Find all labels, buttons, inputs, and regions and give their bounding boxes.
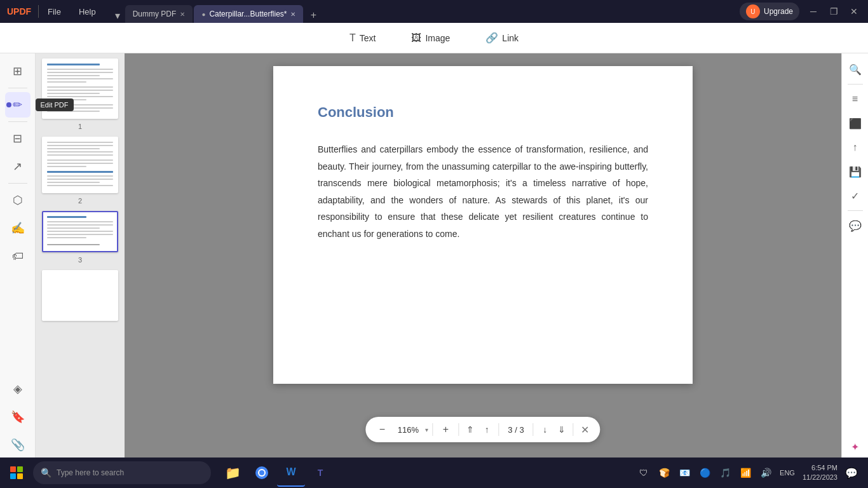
- minimize-button[interactable]: ─: [804, 3, 822, 20]
- chat-right-icon[interactable]: 💬: [844, 215, 866, 236]
- organize-icon[interactable]: ⊟: [5, 126, 31, 151]
- bookmark-icon[interactable]: 🔖: [5, 404, 31, 430]
- zoom-sep-1: [432, 423, 433, 436]
- search-zoom-right-icon[interactable]: 🔍: [844, 58, 866, 80]
- ocr-right-icon[interactable]: ≡: [844, 88, 866, 110]
- zoom-out-button[interactable]: −: [373, 421, 391, 438]
- thumb-2-label: 2: [42, 196, 118, 206]
- maximize-button[interactable]: ❐: [825, 3, 843, 20]
- bluetooth-icon[interactable]: 🔵: [696, 464, 714, 482]
- tab-caterpillar[interactable]: ● Caterpillar...Butterflies* ✕: [194, 5, 303, 23]
- titlebar: UPDF File Help ▾ Dummy PDF ✕ ● Caterpill…: [0, 0, 868, 23]
- shield-icon[interactable]: 🛡: [635, 464, 653, 482]
- language-indicator[interactable]: ENG: [777, 469, 797, 477]
- close-button[interactable]: ✕: [845, 3, 863, 20]
- start-button[interactable]: [3, 459, 31, 487]
- word-app[interactable]: W: [277, 459, 305, 487]
- thumb-3-page: [42, 211, 118, 252]
- layers-icon[interactable]: ◈: [5, 376, 31, 402]
- page-indicator: 3 / 3: [503, 425, 529, 435]
- search-placeholder: Type here to search: [57, 468, 124, 477]
- taskbar-time-value: 6:54 PM: [803, 463, 837, 473]
- tab-label-active: Caterpillar...Butterflies*: [209, 10, 287, 18]
- upgrade-label: Upgrade: [764, 7, 793, 16]
- sidebar-divider-1: [8, 88, 27, 88]
- tabs-dropdown[interactable]: ▾: [110, 8, 125, 23]
- taskbar-date-value: 11/22/2023: [803, 473, 837, 482]
- tab-add-button[interactable]: +: [304, 8, 322, 23]
- nav-up-button[interactable]: ↑: [479, 422, 494, 437]
- text-label: Text: [360, 33, 376, 43]
- zoom-dropdown[interactable]: ▾: [425, 426, 428, 433]
- sign-icon[interactable]: ✍: [5, 215, 31, 241]
- bread-icon[interactable]: 🍞: [655, 464, 673, 482]
- system-tray: 🛡 🍞 📧 🔵 🎵 📶 🔊 ENG 6:54 PM 11/22/2023 💬: [635, 463, 865, 483]
- thumb-4-page: [42, 270, 118, 321]
- tabs-area: ▾ Dummy PDF ✕ ● Caterpillar...Butterflie…: [105, 0, 740, 23]
- edit-pdf-tooltip: Edit PDF: [36, 98, 74, 111]
- page-current: 3: [508, 425, 512, 435]
- toolbar-image[interactable]: 🖼 Image: [403, 29, 458, 48]
- zoom-sep-2: [458, 423, 459, 436]
- save-right-icon[interactable]: 💾: [844, 161, 866, 182]
- network-icon[interactable]: 📶: [736, 464, 754, 482]
- app-logo[interactable]: UPDF: [0, 0, 38, 23]
- attachment-icon[interactable]: 📎: [5, 432, 31, 458]
- share-right-icon[interactable]: ↑: [844, 137, 866, 158]
- right-divider-2: [848, 210, 863, 211]
- comment-icon[interactable]: 🏷: [5, 243, 31, 269]
- main-area: ⊞ ✏ Edit PDF ⊟ ↗ ⬡ ✍ 🏷 ◈ 🔖 📎: [0, 53, 868, 458]
- zoom-in-button[interactable]: +: [437, 421, 454, 438]
- user-avatar: U: [746, 4, 760, 18]
- active-indicator: [6, 102, 11, 107]
- tab-close-caterpillar[interactable]: ✕: [290, 11, 295, 18]
- check-right-icon[interactable]: ✓: [844, 185, 866, 207]
- toolbar-link[interactable]: 🔗 Link: [478, 28, 526, 48]
- zoom-close-button[interactable]: ✕: [578, 422, 593, 437]
- menu-help[interactable]: Help: [70, 0, 105, 23]
- zoom-sep-4: [533, 423, 534, 436]
- notification-center[interactable]: 💬: [843, 464, 860, 482]
- nav-bottom-button[interactable]: ⇓: [554, 422, 569, 437]
- thumbnail-page-1[interactable]: 1: [42, 58, 118, 132]
- upgrade-button[interactable]: U Upgrade: [740, 3, 799, 20]
- toolbar-text[interactable]: T Text: [342, 29, 383, 48]
- pdf-body-text: Butterflies and caterpillars embody the …: [318, 141, 648, 243]
- toolbar: T Text 🖼 Image 🔗 Link: [0, 23, 868, 53]
- pdf-page: Conclusion Butterflies and caterpillars …: [273, 66, 693, 384]
- sidebar-divider-3: [8, 183, 27, 184]
- link-label: Link: [502, 33, 519, 43]
- ai-right-icon[interactable]: ✦: [844, 436, 866, 458]
- mail-icon[interactable]: 📧: [675, 464, 693, 482]
- svg-point-2: [259, 470, 264, 475]
- thumbnail-page-4-blank[interactable]: [42, 270, 118, 321]
- thumbnail-page-2[interactable]: 2: [42, 137, 118, 206]
- teams-app[interactable]: T: [306, 459, 334, 487]
- thumb-1-label: 1: [42, 121, 118, 132]
- nav-top-button[interactable]: ⇑: [463, 422, 478, 437]
- pages-icon[interactable]: ⊞: [5, 58, 31, 84]
- headset-icon[interactable]: 🎵: [716, 464, 734, 482]
- crop-right-icon[interactable]: ⬛: [844, 112, 866, 134]
- nav-down-button[interactable]: ↓: [538, 422, 553, 437]
- menu-file[interactable]: File: [39, 0, 70, 23]
- taskbar-search-box[interactable]: 🔍 Type here to search: [33, 461, 211, 484]
- taskbar-clock[interactable]: 6:54 PM 11/22/2023: [800, 463, 840, 483]
- tab-label: Dummy PDF: [133, 10, 177, 18]
- volume-icon[interactable]: 🔊: [757, 464, 775, 482]
- text-icon: T: [349, 32, 356, 44]
- extract-icon[interactable]: ↗: [5, 154, 31, 179]
- menu-bar: File Help: [39, 0, 105, 23]
- file-explorer-app[interactable]: 📁: [219, 459, 247, 487]
- stamp-icon[interactable]: ⬡: [5, 187, 31, 213]
- page-total: 3: [519, 425, 524, 435]
- right-divider-1: [848, 84, 863, 85]
- link-icon: 🔗: [485, 32, 498, 44]
- zoom-sep-5: [573, 423, 574, 436]
- tab-close-dummy[interactable]: ✕: [180, 11, 185, 18]
- edit-pdf-icon[interactable]: ✏ Edit PDF: [5, 92, 31, 118]
- thumbnail-page-3[interactable]: 3: [42, 211, 118, 265]
- image-label: Image: [425, 33, 450, 43]
- chrome-app[interactable]: [248, 459, 276, 487]
- tab-dummy-pdf[interactable]: Dummy PDF ✕: [125, 5, 193, 23]
